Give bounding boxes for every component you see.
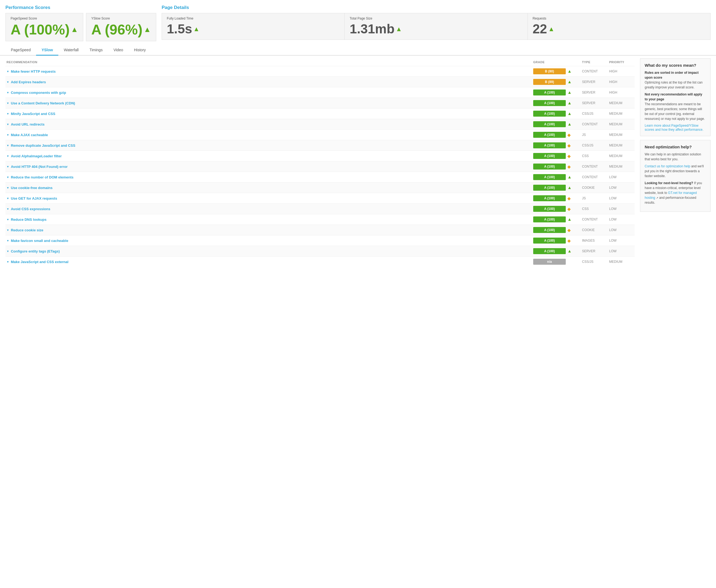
rec-name-cell: ▼ Compress components with gzip	[6, 90, 533, 94]
diamond-icon: ◆	[567, 143, 571, 148]
chevron-icon: ▼	[6, 81, 9, 84]
chevron-icon: ▼	[6, 70, 9, 73]
rec-link[interactable]: Make AJAX cacheable	[11, 133, 48, 137]
grade-bar: n/a	[533, 259, 566, 265]
chevron-icon: ▼	[6, 229, 9, 232]
grade-cell: A (100) ▲	[533, 248, 582, 254]
rec-link[interactable]: Make favicon small and cacheable	[11, 239, 68, 243]
table-row: ▼ Use a Content Delivery Network (CDN) A…	[5, 98, 635, 108]
rec-link[interactable]: Avoid URL redirects	[11, 122, 44, 126]
chevron-icon: ▼	[6, 176, 9, 179]
rec-name-cell: ▼ Avoid HTTP 404 (Not Found) error	[6, 165, 533, 169]
page-details-title: Page Details	[162, 5, 711, 10]
optimization-p3: Looking for next-level hosting? If you h…	[645, 181, 706, 205]
requests-arrow: ▲	[548, 25, 555, 33]
tab-yslow[interactable]: YSlow	[36, 45, 58, 56]
type-cell: COOKIE	[582, 228, 609, 232]
table-row: ▼ Remove duplicate JavaScript and CSS A …	[5, 140, 635, 150]
grade-cell: B (80) ▲	[533, 68, 582, 74]
rec-name-cell: ▼ Make favicon small and cacheable	[6, 239, 533, 243]
tab-waterfall[interactable]: Waterfall	[58, 45, 84, 56]
tab-video[interactable]: Video	[108, 45, 129, 56]
yslow-label: YSlow Score	[91, 17, 151, 20]
pagespeed-label: PageSpeed Score	[10, 17, 78, 20]
grade-cell: A (100) ▲	[533, 89, 582, 96]
rec-link[interactable]: Make fewer HTTP requests	[11, 69, 56, 74]
priority-cell: MEDIUM	[609, 154, 634, 158]
rec-link[interactable]: Avoid AlphaImageLoader filter	[11, 154, 62, 158]
table-header: RECOMMENDATION GRADE TYPE PRIORITY	[5, 58, 635, 66]
rec-link[interactable]: Make JavaScript and CSS external	[11, 260, 68, 264]
rec-link[interactable]: Reduce the number of DOM elements	[11, 175, 73, 179]
type-cell: IMAGES	[582, 239, 609, 243]
loaded-time-label: Fully Loaded Time	[167, 17, 340, 20]
priority-cell: LOW	[609, 217, 634, 221]
diamond-icon: ◆	[567, 196, 571, 201]
tab-timings[interactable]: Timings	[84, 45, 108, 56]
requests-box: Requests 22▲	[528, 13, 710, 40]
yslow-value: A (96%)▲	[91, 21, 151, 38]
table-row: ▼ Make JavaScript and CSS external n/a C…	[5, 256, 635, 267]
col-grade: GRADE	[533, 61, 582, 64]
type-cell: CSS/JS	[582, 144, 609, 147]
rec-name-cell: ▼ Avoid CSS expressions	[6, 207, 533, 211]
table-row: ▼ Avoid HTTP 404 (Not Found) error A (10…	[5, 161, 635, 172]
table-row: ▼ Make AJAX cacheable A (100) ◆ JS MEDIU…	[5, 129, 635, 140]
recommendations-panel: RECOMMENDATION GRADE TYPE PRIORITY ▼ Mak…	[5, 58, 635, 267]
chevron-icon: ▼	[6, 208, 9, 210]
grade-cell: B (89) ▲	[533, 79, 582, 85]
rec-link[interactable]: Use a Content Delivery Network (CDN)	[11, 101, 75, 105]
grade-bar: A (100)	[533, 227, 566, 233]
contact-link[interactable]: Contact us for optimization help	[645, 164, 690, 168]
tab-pagespeed[interactable]: PageSpeed	[5, 45, 36, 56]
chevron-icon: ▼	[6, 218, 9, 221]
col-type: TYPE	[582, 61, 609, 64]
priority-cell: MEDIUM	[609, 144, 634, 147]
type-cell: SERVER	[582, 249, 609, 253]
grade-cell: A (100) ◆	[533, 206, 582, 212]
chevron-icon: ▼	[6, 102, 9, 105]
scores-meaning-link[interactable]: Learn more about PageSpeed/YSlow scores …	[645, 124, 703, 131]
priority-cell: LOW	[609, 239, 634, 243]
priority-cell: LOW	[609, 186, 634, 190]
rec-link[interactable]: Compress components with gzip	[11, 90, 66, 94]
diamond-icon: ◆	[567, 153, 571, 159]
rec-link[interactable]: Avoid CSS expressions	[11, 207, 50, 211]
rec-link[interactable]: Minify JavaScript and CSS	[11, 112, 55, 116]
chevron-icon: ▼	[6, 250, 9, 253]
type-cell: CSS/JS	[582, 112, 609, 115]
table-row: ▼ Use cookie-free domains A (100) ▲ COOK…	[5, 182, 635, 193]
grade-bar: A (100)	[533, 111, 566, 117]
rec-link[interactable]: Avoid HTTP 404 (Not Found) error	[11, 165, 67, 169]
priority-cell: HIGH	[609, 80, 634, 84]
pagespeed-score-box: PageSpeed Score A (100%)▲	[5, 13, 83, 41]
rec-link[interactable]: Reduce cookie size	[11, 228, 43, 232]
grade-bar: A (100)	[533, 121, 566, 127]
rec-link[interactable]: Reduce DNS lookups	[11, 217, 46, 222]
rec-link[interactable]: Add Expires headers	[11, 80, 46, 84]
loaded-time-arrow: ▲	[193, 25, 199, 33]
grade-cell: A (100) ◆	[533, 142, 582, 148]
priority-cell: LOW	[609, 249, 634, 253]
table-row: ▼ Avoid CSS expressions A (100) ◆ CSS LO…	[5, 204, 635, 214]
type-cell: CONTENT	[582, 122, 609, 126]
grade-bar: B (80)	[533, 68, 566, 74]
loaded-time-value: 1.5s▲	[167, 21, 340, 36]
up-icon: ▲	[567, 101, 572, 105]
optimization-help-box: Need optimization help? We can help in a…	[640, 140, 711, 212]
rec-link[interactable]: Configure entity tags (ETags)	[11, 249, 60, 253]
grade-cell: A (100) ◆	[533, 153, 582, 159]
rec-link[interactable]: Remove duplicate JavaScript and CSS	[11, 144, 76, 148]
rec-link[interactable]: Use cookie-free domains	[11, 186, 52, 190]
page-size-label: Total Page Size	[350, 17, 522, 20]
tab-history[interactable]: History	[129, 45, 151, 56]
grade-cell: A (100) ◆	[533, 195, 582, 201]
chevron-icon: ▼	[6, 123, 9, 126]
chevron-icon: ▼	[6, 112, 9, 115]
up-icon: ▲	[567, 90, 572, 95]
grade-bar: A (100)	[533, 100, 566, 106]
up-icon: ▲	[567, 185, 572, 190]
type-cell: CONTENT	[582, 69, 609, 73]
table-row: ▼ Use GET for AJAX requests A (100) ◆ JS…	[5, 193, 635, 204]
rec-link[interactable]: Use GET for AJAX requests	[11, 196, 57, 201]
